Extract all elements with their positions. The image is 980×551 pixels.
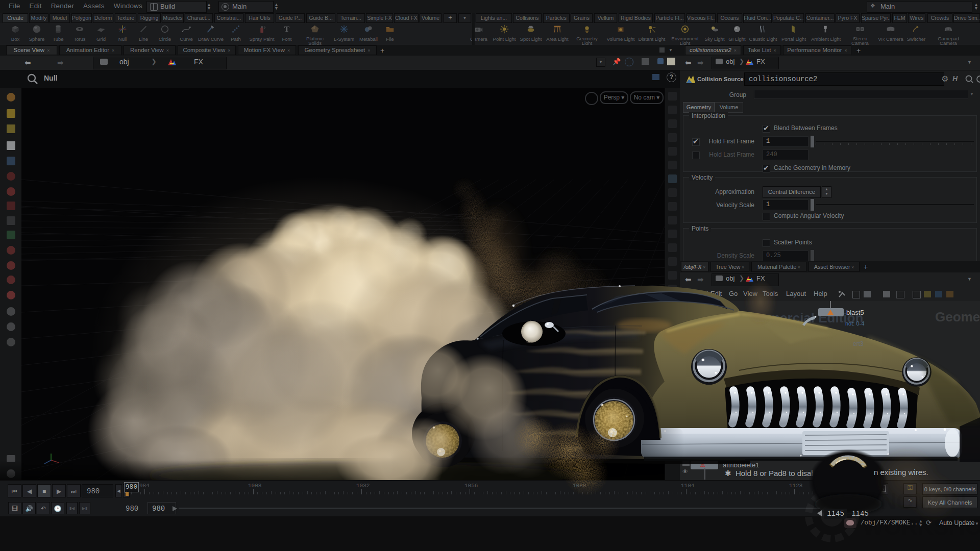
svg-text:T: T xyxy=(284,24,290,33)
svg-text:WORKSHOP: WORKSHOP xyxy=(863,514,980,539)
svg-text:GNOMON: GNOMON xyxy=(863,489,966,514)
